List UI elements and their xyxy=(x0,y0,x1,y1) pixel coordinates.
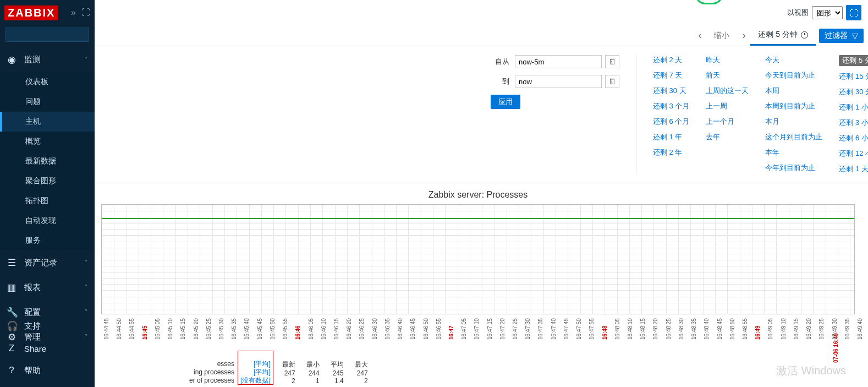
chart-plot[interactable] xyxy=(101,204,855,314)
xtick: 16:49:15 xyxy=(793,318,799,340)
xtick: 16:46:40 xyxy=(397,318,403,340)
nav-group-label: 报表 xyxy=(24,282,41,293)
preset-link[interactable]: 今天 xyxy=(765,55,822,65)
calendar-icon: 🗓 xyxy=(608,77,616,86)
preset-link[interactable]: 本周到目前为止 xyxy=(765,101,822,111)
time-presets: 还剩 2 天还剩 7 天还剩 30 天还剩 3 个月还剩 6 个月还剩 1 年还… xyxy=(636,55,868,174)
xtick: 16:46:45 xyxy=(410,318,416,340)
preset-link[interactable]: 本月 xyxy=(765,117,822,127)
nav-group-monitoring[interactable]: ◉ 监测 ˄ xyxy=(0,47,95,72)
preset-link[interactable]: 还剩 5 分钟 xyxy=(839,55,868,66)
xtick: 16:45:45 xyxy=(257,318,263,340)
chevron-down-icon: ˅ xyxy=(85,284,88,291)
xtick: 16:48:20 xyxy=(652,318,658,340)
preset-link[interactable]: 前天 xyxy=(706,70,749,80)
chart-legend: essesing processeser of processes [平均][平… xyxy=(189,351,373,385)
to-input[interactable] xyxy=(515,75,602,88)
from-calendar-button[interactable]: 🗓 xyxy=(605,55,619,68)
xtick: 16:47:15 xyxy=(487,318,493,340)
xtick: 16:44:50 xyxy=(116,318,122,340)
nav-group-reports[interactable]: ▥ 报表 ˅ xyxy=(0,275,95,300)
preset-link[interactable]: 还剩 6 小时 xyxy=(839,133,868,143)
headset-icon: 🎧 xyxy=(7,320,17,332)
sidebar-item-概览[interactable]: 概览 xyxy=(0,132,95,151)
footer-支持[interactable]: 🎧支持 xyxy=(0,315,95,337)
brand-logo[interactable]: ZABBIX xyxy=(4,6,58,20)
xtick: 16:48:50 xyxy=(729,318,735,340)
xtick: 16:48:55 xyxy=(742,318,748,340)
preset-link[interactable]: 还剩 30 分钟 xyxy=(839,87,868,97)
xtick: 16:48:05 xyxy=(614,318,620,340)
time-prev-button[interactable]: ‹ xyxy=(693,25,706,46)
legend-name: er of processes xyxy=(189,377,234,385)
preset-link[interactable]: 还剩 2 年 xyxy=(653,148,689,157)
preset-link[interactable]: 本年 xyxy=(765,148,822,157)
preset-link[interactable]: 上一个月 xyxy=(706,117,749,127)
from-input[interactable] xyxy=(515,55,602,68)
search-input[interactable] xyxy=(6,31,105,39)
time-next-button[interactable]: › xyxy=(737,25,750,46)
preset-link[interactable]: 还剩 3 个月 xyxy=(653,101,689,111)
sidebar-item-最新数据[interactable]: 最新数据 xyxy=(0,151,95,171)
preset-link[interactable]: 还剩 15 分钟 xyxy=(839,72,868,81)
legend-val: 1 xyxy=(301,377,325,385)
preset-link[interactable]: 去年 xyxy=(706,132,749,142)
top-row: ↑51.6K/s 以视图 图形 ⛶ xyxy=(95,0,868,25)
preset-link[interactable]: 还剩 1 年 xyxy=(653,132,689,142)
sidebar-item-自动发现[interactable]: 自动发现 xyxy=(0,211,95,231)
filter-button[interactable]: 过滤器 ▽ xyxy=(819,29,864,43)
chart-area: Zabbix server: Processes 07-06 16:49 16:… xyxy=(95,183,868,355)
nav-group-label: 监测 xyxy=(24,54,41,65)
sidebar-item-服务[interactable]: 服务 xyxy=(0,231,95,250)
viewas-select[interactable]: 图形 xyxy=(812,6,843,19)
chevrons-right-icon[interactable]: » xyxy=(71,8,76,18)
xtick: 16:48:30 xyxy=(678,318,684,340)
sidebar-item-聚合图形[interactable]: 聚合图形 xyxy=(0,171,95,191)
legend-val: 244 xyxy=(301,369,325,377)
nav-group-inventory[interactable]: ☰ 资产记录 ˅ xyxy=(0,250,95,275)
calendar-icon: 🗓 xyxy=(608,57,616,66)
preset-link[interactable]: 还剩 6 个月 xyxy=(653,117,689,127)
xtick: 16:44:45 xyxy=(103,318,109,340)
preset-link[interactable]: 还剩 1 小时 xyxy=(839,102,868,112)
to-calendar-button[interactable]: 🗓 xyxy=(605,75,619,88)
preset-link[interactable]: 还剩 1 天 xyxy=(839,164,868,174)
expand-icon[interactable]: ⛶ xyxy=(81,8,90,18)
preset-link[interactable]: 还剩 2 天 xyxy=(653,55,689,65)
footer-Share[interactable]: ZShare xyxy=(0,337,95,359)
time-range-tab[interactable]: 还剩 5 分钟 xyxy=(750,25,816,46)
eye-icon: ◉ xyxy=(7,54,17,66)
sidebar-header: ZABBIX » ⛶ xyxy=(0,0,95,25)
preset-link[interactable]: 还剩 3 小时 xyxy=(839,118,868,128)
sidebar-item-拓扑图[interactable]: 拓扑图 xyxy=(0,191,95,211)
footer-帮助[interactable]: ?帮助 xyxy=(0,359,95,381)
funnel-icon: ▽ xyxy=(852,31,858,40)
xtick: 16:49:20 xyxy=(806,318,812,340)
legend-val: 247 xyxy=(277,369,301,377)
xtick: 16:48:35 xyxy=(691,318,697,340)
search-box[interactable]: 🔍 xyxy=(6,28,89,42)
preset-link[interactable]: 今天到目前为止 xyxy=(765,70,822,80)
xtick: 16:46:15 xyxy=(333,318,339,340)
xtick: 16:49:10 xyxy=(781,318,787,340)
xtick: 16:45:25 xyxy=(206,318,212,340)
preset-link[interactable]: 这个月到目前为止 xyxy=(765,132,822,142)
preset-link[interactable]: 今年到目前为止 xyxy=(765,163,822,173)
sidebar-item-问题[interactable]: 问题 xyxy=(0,92,95,112)
legend-val: 2 xyxy=(277,377,301,385)
preset-link[interactable]: 还剩 12 小时 xyxy=(839,149,868,159)
sidebar-item-仪表板[interactable]: 仪表板 xyxy=(0,72,95,92)
preset-link[interactable]: 昨天 xyxy=(706,55,749,65)
fullscreen-button[interactable]: ⛶ xyxy=(846,5,861,20)
preset-link[interactable]: 还剩 7 天 xyxy=(653,70,689,80)
preset-link[interactable]: 还剩 30 天 xyxy=(653,86,689,96)
apply-button[interactable]: 应用 xyxy=(491,95,520,109)
preset-link[interactable]: 上周的这一天 xyxy=(706,86,749,96)
zoom-out-button[interactable]: 缩小 xyxy=(706,25,737,46)
xtick: 16:45:40 xyxy=(244,318,250,340)
sidebar-item-主机[interactable]: 主机 xyxy=(0,112,95,132)
xtick: 16:46:50 xyxy=(423,318,429,340)
preset-link[interactable]: 本周 xyxy=(765,86,822,96)
network-gauge: ↑51.6K/s xyxy=(695,0,723,4)
preset-link[interactable]: 上一周 xyxy=(706,101,749,111)
